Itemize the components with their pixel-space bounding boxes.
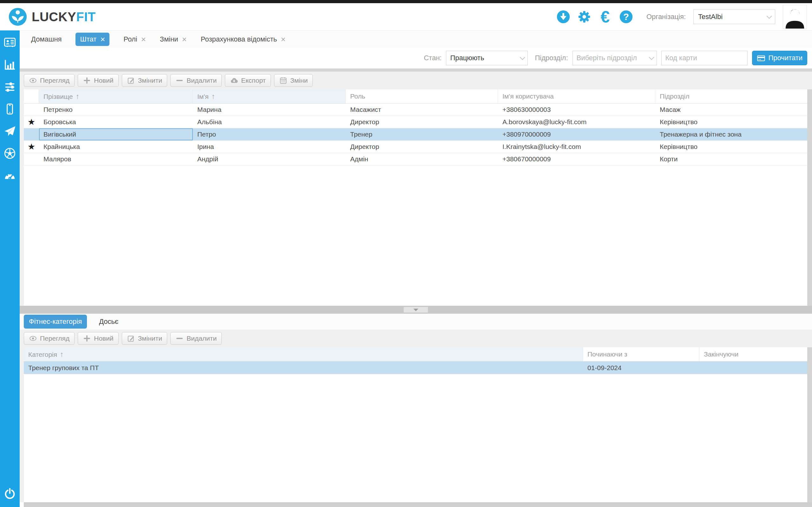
column-header-category[interactable]: Категорія: [24, 347, 583, 361]
chevron-down-icon: [649, 55, 654, 60]
card-code-input[interactable]: [661, 51, 748, 65]
eye-icon: [29, 76, 37, 84]
power-icon[interactable]: [3, 487, 16, 500]
new-button[interactable]: Новий: [78, 332, 118, 345]
tab-fitness-category[interactable]: Фітнес-категорія: [24, 315, 87, 329]
state-select[interactable]: Працюють: [446, 51, 528, 65]
delete-button[interactable]: Видалити: [170, 332, 222, 345]
download-icon[interactable]: [556, 10, 570, 24]
fitness-category-table: Категорія Починаючи з Закінчуючи Тренер …: [24, 347, 807, 502]
plus-icon: [83, 76, 91, 84]
settings-sliders-icon[interactable]: [3, 80, 16, 93]
detail-toolbar: Перегляд Новий Змінити: [20, 330, 812, 347]
chevron-down-icon: [767, 13, 772, 19]
close-icon[interactable]: ×: [141, 36, 146, 43]
shifts-button[interactable]: Зміни: [274, 74, 313, 87]
column-header-role[interactable]: Роль: [346, 89, 498, 103]
horizontal-scrollbar[interactable]: [24, 502, 812, 507]
staff-row-krainytska[interactable]: ★ Крайницька Ірина Директор I.Krainytska…: [24, 141, 807, 153]
edit-button[interactable]: Змінити: [122, 332, 167, 345]
organization-label: Організація:: [647, 13, 686, 21]
staff-row-vygivskyi-selected[interactable]: Вигівський Петро Тренер +380970000009 Тр…: [24, 128, 807, 141]
tab-payroll[interactable]: Розрахункова відомість ×: [201, 35, 286, 43]
panel-divider: [20, 68, 812, 72]
settings-gear-icon[interactable]: [577, 10, 591, 24]
calendar-icon: [279, 76, 287, 84]
vertical-scrollbar[interactable]: [807, 347, 812, 502]
fitness-category-header: Категорія Починаючи з Закінчуючи: [24, 347, 807, 361]
splitter-collapse-handle[interactable]: [403, 307, 428, 313]
help-icon[interactable]: ?: [619, 10, 633, 24]
edit-button[interactable]: Змінити: [122, 74, 167, 87]
mobile-app-icon[interactable]: [3, 103, 16, 115]
detail-panel: Фітнес-категорія Досьє Перегляд Новий: [20, 314, 812, 502]
staff-row-maliarov[interactable]: Маляров Андрій Адмін +380670000009 Корти: [24, 153, 807, 165]
staff-row-petrenko[interactable]: Петренко Марина Масажист +380630000003 М…: [24, 104, 807, 116]
close-icon[interactable]: ×: [182, 36, 187, 43]
main-navigation-sidebar: [0, 31, 20, 507]
column-header-star[interactable]: [24, 89, 39, 103]
tab-roles[interactable]: Ролі ×: [123, 35, 146, 43]
department-filter-label: Підрозділ:: [535, 54, 568, 62]
tab-home[interactable]: Домашня: [31, 35, 61, 43]
tab-dossier[interactable]: Досьє: [99, 318, 118, 326]
column-header-department[interactable]: Підрозділ: [655, 89, 807, 103]
edit-icon: [127, 334, 135, 343]
detail-tabbar: Фітнес-категорія Досьє: [20, 314, 812, 330]
column-header-username[interactable]: Ім'я користувача: [498, 89, 655, 103]
app-header: LUCKYFIT: [0, 3, 812, 31]
view-button[interactable]: Перегляд: [24, 332, 74, 345]
focused-cell: Вигівський: [39, 128, 193, 140]
department-select[interactable]: Виберіть підрозділ: [572, 51, 657, 65]
column-header-firstname[interactable]: Ім'я: [193, 89, 346, 103]
staff-grid-toolbar: Перегляд Новий Змінити: [20, 72, 812, 89]
state-filter-label: Стан:: [424, 54, 442, 62]
column-header-lastname[interactable]: Прізвище: [39, 89, 193, 103]
sports-ball-icon[interactable]: [3, 147, 16, 160]
app-title: LUCKYFIT: [32, 10, 96, 24]
favorite-star-icon: ★: [28, 118, 35, 126]
app-logo: LUCKYFIT: [8, 7, 96, 26]
plus-icon: [83, 334, 91, 343]
user-avatar[interactable]: [783, 5, 807, 29]
organization-select[interactable]: TestAlbi: [693, 9, 775, 24]
edit-icon: [127, 76, 135, 84]
fitness-category-row-selected[interactable]: Тренер групових та ПТ 01-09-2024: [24, 361, 807, 374]
export-cloud-icon: [230, 76, 238, 84]
dashboard-gauge-icon[interactable]: [3, 169, 16, 182]
panel-splitter[interactable]: [20, 306, 812, 314]
export-button[interactable]: Експорт: [225, 74, 271, 87]
tab-staff[interactable]: Штат ×: [75, 33, 109, 46]
window-top-edge: [0, 0, 812, 3]
eye-icon: [29, 334, 37, 343]
svg-text:?: ?: [623, 11, 629, 22]
tab-shifts[interactable]: Зміни ×: [160, 35, 187, 43]
minus-icon: [175, 76, 184, 84]
vertical-scrollbar[interactable]: [807, 89, 812, 306]
column-header-end-date[interactable]: Закінчуючи: [699, 347, 807, 361]
messages-plane-icon[interactable]: [3, 125, 16, 137]
card-icon: [757, 54, 765, 62]
currency-euro-icon[interactable]: €: [598, 10, 612, 24]
staff-table-header: Прізвище Ім'я Роль Ім'я користувача Підр…: [24, 89, 807, 104]
document-tabbar: Домашня Штат × Ролі × Зміни × Розрахунко…: [20, 31, 812, 48]
delete-button[interactable]: Видалити: [170, 74, 222, 87]
organization-value: TestAlbi: [698, 13, 722, 21]
minus-icon: [175, 334, 184, 343]
staff-row-borovska[interactable]: ★ Боровська Альбіна Директор A.borovskay…: [24, 116, 807, 128]
close-icon[interactable]: ×: [281, 36, 286, 43]
read-card-button[interactable]: Прочитати: [752, 51, 808, 65]
staff-table: Прізвище Ім'я Роль Ім'я користувача Підр…: [24, 89, 807, 306]
view-button[interactable]: Перегляд: [24, 74, 74, 87]
new-button[interactable]: Новий: [78, 74, 118, 87]
staff-filterbar: Стан: Працюють Підрозділ: Виберіть підро…: [20, 48, 812, 68]
favorite-star-icon: ★: [28, 143, 35, 151]
luckyfit-logo-icon: [8, 7, 27, 26]
chevron-down-icon: [413, 308, 418, 311]
close-icon[interactable]: ×: [100, 36, 105, 43]
chevron-down-icon: [520, 55, 525, 60]
statistics-chart-icon[interactable]: [3, 58, 16, 71]
staff-grid-panel: Перегляд Новий Змінити: [20, 72, 812, 306]
column-header-start-date[interactable]: Починаючи з: [583, 347, 699, 361]
staff-card-icon[interactable]: [3, 36, 16, 49]
